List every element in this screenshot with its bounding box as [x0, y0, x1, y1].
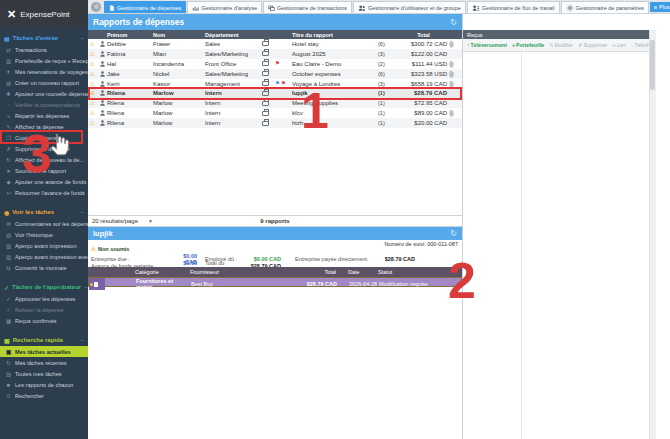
cell-receipt-count: (1) — [378, 110, 398, 116]
x-icon: ✗ — [5, 146, 12, 152]
sidebar-item-print-preview[interactable]: ▥Aperçu avant impression — [0, 240, 88, 251]
col-vendor[interactable]: Fournisseur — [190, 269, 290, 275]
edit-receipt-button[interactable]: ✎Modifier — [549, 42, 573, 48]
plus-button[interactable]: ≡Plus — [650, 2, 670, 12]
col-department[interactable]: Département — [205, 32, 261, 38]
tab-settings-manager[interactable]: Gestionnaire de paramètres — [561, 1, 649, 13]
tab-analysis-manager[interactable]: Gestionnaire d'analyse — [187, 1, 262, 13]
sidebar-section-entry-tasks[interactable]: ▤Tâches d'entrée− — [0, 32, 88, 44]
printer-icon[interactable] — [262, 51, 269, 56]
expense-line-row-selected[interactable]: Fournitures et matéri... Best Buy $28.79… — [88, 277, 462, 287]
sidebar-item-expense-comments[interactable]: ✉Commentaires sur les dépenses — [0, 218, 88, 229]
delete-receipt-button[interactable]: ✗Supprimer — [578, 42, 607, 48]
sidebar-item-travel-bookings[interactable]: ✈Mes réservations de voyages — [0, 66, 88, 77]
cell-total: $111.44 USD — [398, 61, 449, 67]
sidebar-item-split-expenses[interactable]: »Répartir les dépenses — [0, 110, 88, 121]
item-label: Rechercher — [15, 393, 44, 399]
submit-icon: ➤ — [5, 168, 12, 174]
sidebar-item-print-preview-attachments[interactable]: ▥Aperçu avant impression avec pi... — [0, 251, 88, 262]
tasks-icon: ▣ — [5, 349, 12, 355]
sidebar-section-approver-tasks[interactable]: ✓Tâches de l'approbateur− — [0, 281, 88, 293]
table-row[interactable]: ⚠ Hal Incandenza Front Office ⚑ Eau Clai… — [88, 59, 462, 69]
tracking-number: Numéro de suivi: 000-011-087 — [384, 241, 458, 247]
cell-first-name: Rilena — [107, 110, 153, 116]
cell-last-name: Kastor — [153, 81, 205, 87]
sidebar-item-confirmed-receipts[interactable]: ▦Reçus confirmés — [0, 315, 88, 326]
cell-report-title: Hotel stay — [292, 41, 378, 47]
check-icon: ✓ — [5, 296, 12, 302]
sidebar-item-return-cash-advance[interactable]: ↩Retourner l'avance de fonds — [0, 187, 88, 198]
person-icon — [97, 120, 107, 126]
upload-receipt-button[interactable]: ↑Téléversement — [467, 42, 507, 48]
tab-user-group-manager[interactable]: Gestionnaire d'utilisateur et de groupe — [353, 1, 466, 13]
person-icon — [97, 61, 107, 67]
table-row[interactable]: ⚠ Jake Nickel Sales/Marketing October ex… — [88, 69, 462, 79]
collapse-icon[interactable]: − — [80, 35, 84, 41]
scrollbar-thumb[interactable] — [650, 40, 655, 90]
table-row[interactable]: ⚠ Rilena Marlow Intern htzh (1) $20.00 C… — [88, 118, 462, 128]
sidebar-section-view-tasks[interactable]: ◉Voir les tâches− — [0, 206, 88, 218]
recent-icon: ↻ — [5, 360, 12, 366]
wallet-button[interactable]: +Portefeuille — [512, 42, 544, 48]
item-label: Approuver les dépenses — [15, 296, 75, 302]
printer-icon[interactable] — [262, 121, 269, 126]
paperclip-icon[interactable] — [449, 60, 460, 68]
col-last-name[interactable]: Nom — [153, 32, 205, 38]
detail-panel-header: lupjik ↻ — [88, 227, 462, 240]
sidebar-item-add-expense[interactable]: ✚Ajoutez une nouvelle dépense — [0, 88, 88, 99]
download-icon: ↓ — [631, 42, 634, 48]
tab-transactions-manager[interactable]: Gestionnaire de transactions — [263, 1, 352, 13]
paperclip-icon[interactable] — [449, 109, 460, 117]
collapse-icon[interactable]: − — [80, 209, 84, 215]
link-receipt-button[interactable]: ∞Lier — [612, 42, 625, 48]
sidebar-item-everyones-reports[interactable]: ☻Les rapports de chacun — [0, 379, 88, 390]
cell-first-name: Kerri — [107, 81, 153, 87]
status-label: Non soumis — [98, 246, 129, 252]
receipts-panel-top — [462, 14, 670, 30]
sidebar-item-view-history[interactable]: ▤Voir l'historique — [0, 229, 88, 240]
table-row[interactable]: ⚠ Rilena Marlow Intern kfcv (1) $89.00 C… — [88, 108, 462, 118]
sidebar-item-create-report[interactable]: ▤Créer un nouveau rapport — [0, 77, 88, 88]
col-total[interactable]: Total — [290, 269, 342, 275]
printer-icon[interactable] — [262, 111, 269, 116]
col-first-name[interactable]: Prénom — [107, 32, 153, 38]
tab-label: Gestionnaire d'analyse — [201, 5, 257, 11]
gear-icon[interactable] — [91, 2, 101, 12]
sidebar-item-transactions[interactable]: ⇄Transactions — [0, 44, 88, 55]
collapse-icon[interactable]: − — [80, 337, 84, 343]
printer-icon[interactable] — [262, 101, 269, 106]
annotation-highlight-row — [88, 87, 462, 100]
table-row[interactable]: ⚠ Debbie Fraser Sales Hotel stay (6) $30… — [88, 39, 462, 49]
refresh-icon[interactable]: ↻ — [450, 229, 457, 238]
printer-icon[interactable] — [262, 71, 269, 76]
col-total[interactable]: Total — [398, 32, 449, 38]
cell-total: $28.79 CAD — [291, 281, 343, 287]
sidebar-item-approve-expenses[interactable]: ✓Approuver les dépenses — [0, 293, 88, 304]
sidebar-item-my-current-tasks[interactable]: ▣Mes tâches actuelles — [0, 346, 88, 357]
sidebar-item-convert-currency[interactable]: ⇆Convertir la monnaie — [0, 262, 88, 273]
paperclip-icon[interactable] — [449, 70, 460, 78]
sidebar-item-all-my-tasks[interactable]: ▤Toutes mes tâches — [0, 368, 88, 379]
warning-icon: ⚠ — [88, 81, 97, 87]
pencil-icon: ✎ — [5, 124, 12, 130]
sidebar-item-search[interactable]: ⊙Rechercher — [0, 390, 88, 401]
table-row[interactable]: ⚠ Fatima Mian Sales/Marketing August 202… — [88, 49, 462, 59]
printer-icon[interactable] — [262, 41, 269, 46]
col-date[interactable]: Date — [342, 269, 378, 275]
printer-icon[interactable] — [262, 61, 269, 66]
refresh-icon[interactable]: ↻ — [450, 18, 457, 27]
page-title: Rapports de dépenses — [93, 17, 184, 27]
tab-workflow-manager[interactable]: Gestionnaire de flux de travail — [467, 1, 560, 13]
tab-expense-manager[interactable]: Gestionnaire de dépenses — [104, 1, 186, 13]
col-report-title[interactable]: Titre du rapport — [292, 32, 378, 38]
sidebar-section-quick-search[interactable]: ▦Recherche rapide− — [0, 334, 88, 346]
approver-icon: ✓ — [4, 284, 9, 291]
sidebar-item-receipt-wallet[interactable]: ▥Portefeuille de reçus + Recept ... — [0, 55, 88, 66]
collapse-icon[interactable]: − — [84, 284, 88, 290]
col-category[interactable]: Catégorie — [104, 269, 190, 275]
printer-icon[interactable] — [262, 81, 269, 86]
scrollbar-track[interactable] — [649, 30, 656, 439]
warning-icon: ⚠ — [88, 71, 97, 77]
paperclip-icon[interactable] — [449, 40, 460, 48]
sidebar-item-my-recent-tasks[interactable]: ↻Mes tâches récentes — [0, 357, 88, 368]
